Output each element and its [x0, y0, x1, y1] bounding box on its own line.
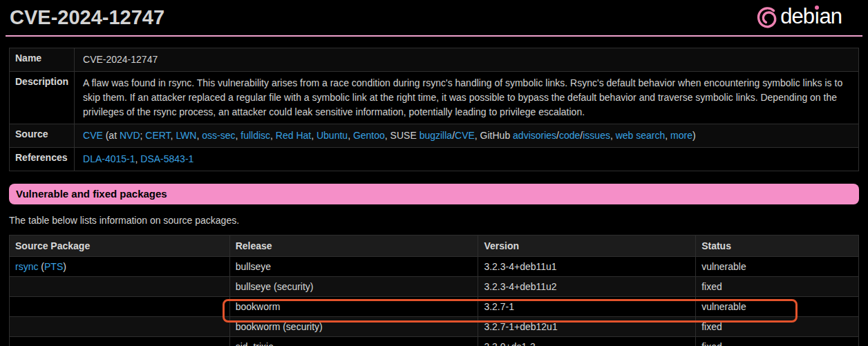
cell-release: bookworm (security) [229, 317, 478, 337]
link-gentoo[interactable]: Gentoo [353, 130, 385, 141]
link-dla-4015-1[interactable]: DLA-4015-1 [83, 153, 135, 164]
packages-table-header-row: Source PackageReleaseVersionStatus [10, 236, 859, 257]
link-advisories[interactable]: advisories [513, 130, 556, 141]
status-badge: fixed [696, 277, 859, 297]
cve-info-table: NameCVE-2024-12747DescriptionA flaw was … [9, 48, 859, 171]
logo-i-dot [815, 6, 819, 10]
link-nvd[interactable]: NVD [120, 130, 140, 141]
packages-table: Source PackageReleaseVersionStatus rsync… [9, 235, 859, 346]
link-issues[interactable]: issues [583, 130, 610, 141]
info-label: References [10, 148, 75, 171]
package-row-bookworm: bookworm3.2.7-1vulnerable [10, 297, 859, 317]
packages-intro-text: The table below lists information on sou… [9, 215, 859, 226]
cell-version: 3.3.0+ds1-3 [478, 337, 696, 346]
info-value: DLA-4015-1, DSA-5843-1 [75, 148, 859, 171]
info-value: CVE-2024-12747 [75, 48, 859, 72]
section-banner: Vulnerable and fixed packages [9, 184, 859, 204]
link-lwn[interactable]: LWN [176, 130, 196, 141]
cell-release: bullseye (security) [229, 277, 478, 297]
cell-source-package [10, 277, 230, 297]
info-row-name: NameCVE-2024-12747 [10, 48, 859, 72]
cell-release: sid, trixie [229, 337, 478, 346]
link-oss-sec[interactable]: oss-sec [202, 130, 235, 141]
cell-version: 3.2.7-1 [478, 297, 696, 317]
link-fulldisc[interactable]: fulldisc [240, 130, 270, 141]
package-row-bullseye-security-: bullseye (security)3.2.3-4+deb11u2fixed [10, 277, 859, 297]
page-header: CVE-2024-12747 debıan [0, 0, 868, 32]
column-header-status: Status [696, 236, 859, 257]
link-cve[interactable]: CVE [83, 130, 103, 141]
status-badge: vulnerable [696, 257, 859, 277]
link-rsync[interactable]: rsync [15, 261, 38, 272]
debian-logo[interactable]: debıan [755, 2, 842, 31]
info-value: CVE (at NVD; CERT, LWN, oss-sec, fulldis… [75, 124, 859, 148]
link-red-hat[interactable]: Red Hat [276, 130, 311, 141]
link-web-search[interactable]: web search [616, 130, 666, 141]
cell-source-package [10, 337, 230, 346]
cell-source-package [10, 317, 230, 337]
link-bugzilla[interactable]: bugzilla [419, 130, 452, 141]
info-row-references: ReferencesDLA-4015-1, DSA-5843-1 [10, 148, 859, 171]
cell-release: bookworm [229, 297, 478, 317]
debian-logo-text: debıan [780, 4, 842, 29]
cell-version: 3.2.7-1+deb12u1 [478, 317, 696, 337]
cell-version: 3.2.3-4+deb11u2 [478, 277, 696, 297]
info-row-description: DescriptionA flaw was found in rsync. Th… [10, 72, 859, 124]
status-badge: fixed [696, 317, 859, 337]
cell-version: 3.2.3-4+deb11u1 [478, 257, 696, 277]
info-label: Source [10, 124, 75, 148]
logo-i-glyph: ı [814, 4, 820, 29]
link-pts[interactable]: PTS [44, 261, 63, 272]
info-label: Name [10, 48, 75, 72]
package-row-bullseye: rsync (PTS)bullseye3.2.3-4+deb11u1vulner… [10, 257, 859, 277]
cell-source-package [10, 297, 230, 317]
info-row-source: SourceCVE (at NVD; CERT, LWN, oss-sec, f… [10, 124, 859, 148]
link-more[interactable]: more [670, 130, 692, 141]
column-header-release: Release [229, 236, 478, 257]
page-title: CVE-2024-12747 [10, 6, 858, 29]
link-ubuntu[interactable]: Ubuntu [317, 130, 348, 141]
column-header-version: Version [478, 236, 696, 257]
header-divider [6, 35, 862, 37]
debian-swirl-icon [755, 5, 780, 30]
link-cve[interactable]: CVE [455, 130, 475, 141]
link-code[interactable]: code [559, 130, 580, 141]
info-value: A flaw was found in rsync. This vulnerab… [75, 72, 859, 124]
link-dsa-5843-1[interactable]: DSA-5843-1 [140, 153, 194, 164]
info-label: Description [10, 72, 75, 124]
package-row-sid-trixie: sid, trixie3.3.0+ds1-3fixed [10, 337, 859, 346]
cell-release: bullseye [229, 257, 478, 277]
cell-source-package: rsync (PTS) [10, 257, 230, 277]
status-badge: fixed [696, 337, 859, 346]
link-cert[interactable]: CERT [145, 130, 170, 141]
column-header-source-package: Source Package [10, 236, 230, 257]
status-badge: vulnerable [696, 297, 859, 317]
package-row-bookworm-security-: bookworm (security)3.2.7-1+deb12u1fixed [10, 317, 859, 337]
